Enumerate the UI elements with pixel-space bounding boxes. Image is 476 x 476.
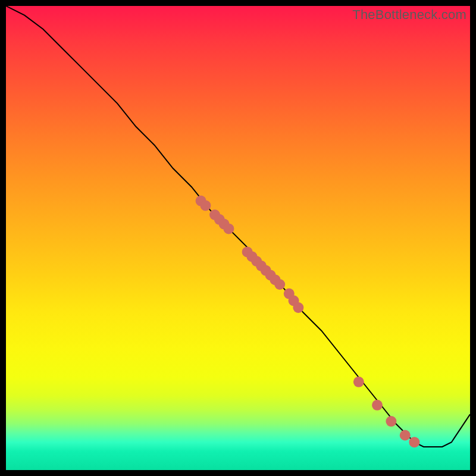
data-point [372,400,383,411]
plot-area: TheBottleneck.com [6,6,470,470]
data-point [274,279,285,290]
data-point [293,302,303,313]
data-point [386,416,396,427]
scatter-dots [196,196,420,448]
data-point [400,430,411,441]
data-point [223,223,234,234]
data-point [200,200,211,211]
bottleneck-curve [6,6,470,447]
chart-frame: TheBottleneck.com [0,0,476,476]
data-point [409,437,419,447]
data-point [353,377,364,387]
chart-svg [6,6,470,470]
